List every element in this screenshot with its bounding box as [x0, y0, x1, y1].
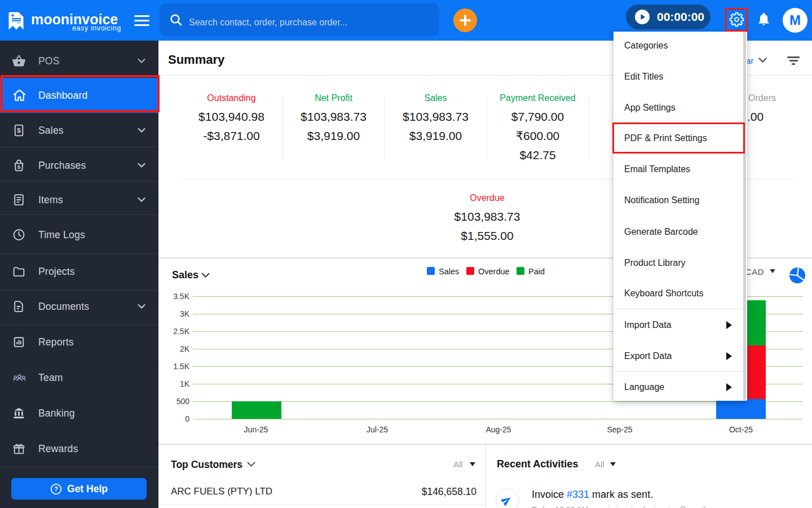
svg-text:$: $ — [17, 127, 21, 134]
svg-text:$: $ — [17, 164, 21, 170]
svg-text:?: ? — [54, 485, 58, 492]
